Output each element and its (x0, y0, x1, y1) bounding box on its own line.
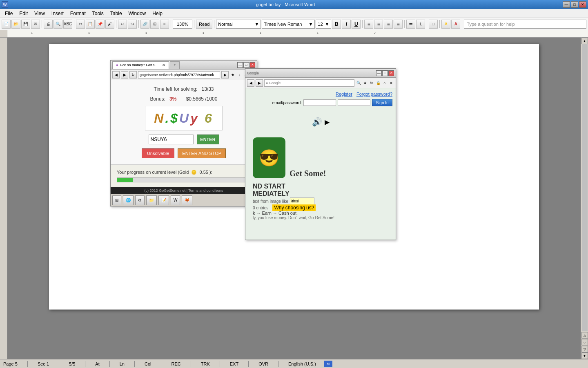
align-right-button[interactable]: ≡ (384, 20, 393, 29)
password-input[interactable] (338, 99, 370, 106)
paste-button[interactable]: 📌 (96, 20, 105, 29)
b2-search-icon[interactable]: 🔍 (356, 80, 361, 86)
numbering-button[interactable]: ⒈ (416, 20, 425, 29)
scroll-btn-2[interactable]: ○ (581, 339, 588, 346)
browser-tab-new[interactable]: + (170, 61, 179, 69)
maximize-button[interactable]: □ (571, 1, 578, 8)
b2-menu-icon[interactable]: ≡ (388, 80, 394, 86)
border-button[interactable]: □ (429, 20, 438, 29)
browser2-back[interactable]: ◀ (247, 79, 254, 87)
browser-refresh[interactable]: ↻ (129, 71, 137, 79)
taskbtn-gear[interactable]: ⚙ (135, 195, 145, 205)
browser2-minimize[interactable]: — (376, 70, 382, 76)
menu-format[interactable]: Format (67, 10, 89, 17)
scroll-track[interactable] (582, 44, 588, 331)
unsolvable-button[interactable]: Unsolvable (142, 148, 174, 158)
style-dropdown[interactable]: Normal ▼ (216, 20, 261, 29)
register-link[interactable]: Register (336, 92, 352, 96)
forgot-link[interactable]: Forgot password? (356, 92, 392, 96)
zoom-input[interactable]: 130% (173, 20, 192, 29)
columns-button[interactable]: ≡ (160, 20, 169, 29)
menu-view[interactable]: View (31, 10, 48, 17)
scroll-btn-3[interactable]: ▽ (581, 346, 588, 352)
captcha-text-input[interactable]: /th!s/ (290, 197, 314, 205)
close-button[interactable]: ✕ (579, 1, 586, 8)
redo-button[interactable]: ↪ (128, 20, 137, 29)
align-center-button[interactable]: ≡ (374, 20, 383, 29)
font-dropdown[interactable]: Times New Roman ▼ (262, 20, 315, 29)
taskbtn-folder[interactable]: 📁 (146, 195, 157, 205)
browser2-forward[interactable]: ▶ (256, 79, 263, 87)
preview-button[interactable]: 🔍 (53, 20, 62, 29)
browser-forward[interactable]: ▶ (121, 71, 128, 79)
browser2-url[interactable]: ● Google (264, 79, 354, 87)
browser-url-bar[interactable]: gogetsome.net/work.php/mds/7977#startwor… (138, 71, 220, 79)
browser-icon-2[interactable]: ↓ (236, 72, 242, 78)
right-scrollbar[interactable]: ▲ △ ○ ▽ ▼ (581, 38, 588, 359)
bullets-button[interactable]: ≔ (406, 20, 415, 29)
b2-secure-icon[interactable]: 🔒 (375, 80, 381, 86)
macro-indicator[interactable]: M (324, 361, 332, 367)
spell-button[interactable]: ABC (63, 20, 72, 29)
taskbtn-firefox[interactable]: 🦊 (182, 195, 192, 205)
enter-button[interactable]: ENTER (197, 135, 219, 144)
b2-star-icon[interactable]: ★ (362, 80, 368, 86)
highlight-button[interactable]: A (441, 20, 450, 29)
scroll-up[interactable]: ▲ (581, 38, 588, 44)
help-input[interactable]: Type a question for help (464, 20, 586, 29)
browser-icon-1[interactable]: ★ (230, 72, 236, 78)
menu-window[interactable]: Window (125, 10, 149, 17)
browser2-close[interactable]: ✕ (388, 70, 394, 76)
speaker-icon[interactable]: 🔊 (312, 117, 322, 127)
format-painter-button[interactable]: 🖌 (105, 20, 114, 29)
read-button[interactable]: Read (196, 20, 212, 29)
email-button[interactable]: ✉ (31, 20, 40, 29)
menu-file[interactable]: File (2, 10, 16, 17)
b2-refresh-icon[interactable]: ↻ (369, 80, 374, 86)
browser-go[interactable]: ▶ (221, 71, 229, 79)
browser-maximize[interactable]: □ (243, 62, 249, 68)
cut-button[interactable]: ✂ (76, 20, 85, 29)
email-input[interactable] (303, 99, 336, 106)
bold-button[interactable]: B (332, 20, 341, 29)
save-button[interactable]: 💾 (21, 20, 30, 29)
taskbtn-ie[interactable]: 🌐 (123, 195, 134, 205)
browser-tab-active[interactable]: ● Got no money? Get Some!... ✕ (112, 61, 169, 69)
new-button[interactable]: 📄 (2, 20, 11, 29)
why-link[interactable]: Why choosing us? (272, 204, 316, 211)
undo-button[interactable]: ↩ (118, 20, 127, 29)
align-left-button[interactable]: ≡ (364, 20, 373, 29)
scroll-down[interactable]: ▼ (581, 352, 588, 359)
browser-back[interactable]: ◀ (112, 71, 120, 79)
browser-minimize[interactable]: — (237, 62, 243, 68)
taskbtn-word[interactable]: W (171, 195, 180, 205)
captcha-input[interactable] (149, 135, 194, 144)
taskbtn-notepad[interactable]: 📝 (158, 195, 169, 205)
underline-button[interactable]: U (352, 20, 361, 29)
menu-help[interactable]: Help (149, 10, 166, 17)
font-size-dropdown[interactable]: 12 ▼ (316, 20, 331, 29)
menu-insert[interactable]: Insert (48, 10, 67, 17)
b2-home-icon[interactable]: ⌂ (382, 80, 388, 86)
open-button[interactable]: 📂 (11, 20, 20, 29)
menu-tools[interactable]: Tools (89, 10, 107, 17)
font-color-button[interactable]: A (451, 20, 460, 29)
minimize-button[interactable]: — (563, 1, 570, 8)
hyperlink-button[interactable]: 🔗 (140, 20, 149, 29)
italic-button[interactable]: I (342, 20, 351, 29)
browser2-maximize[interactable]: □ (382, 70, 388, 76)
win-start-small[interactable]: ⊞ (112, 195, 121, 205)
print-button[interactable]: 🖨 (44, 20, 53, 29)
browser-close[interactable]: ✕ (249, 62, 255, 68)
signin-button[interactable]: Sign In (372, 99, 392, 106)
align-justify-button[interactable]: ≡ (394, 20, 403, 29)
menu-edit[interactable]: Edit (16, 10, 31, 17)
scroll-btn-1[interactable]: △ (581, 332, 588, 339)
table-button[interactable]: ⊞ (150, 20, 159, 29)
copy-button[interactable]: 📋 (86, 20, 95, 29)
menu-table[interactable]: Table (107, 10, 125, 17)
play-icon[interactable]: ▶ (325, 118, 330, 126)
enter-stop-button[interactable]: ENTER AND STOP (178, 148, 226, 158)
browser-tab-close[interactable]: ✕ (162, 63, 165, 67)
document-area[interactable]: ● Got no money? Get Some!... ✕ + — □ ✕ (7, 38, 581, 359)
